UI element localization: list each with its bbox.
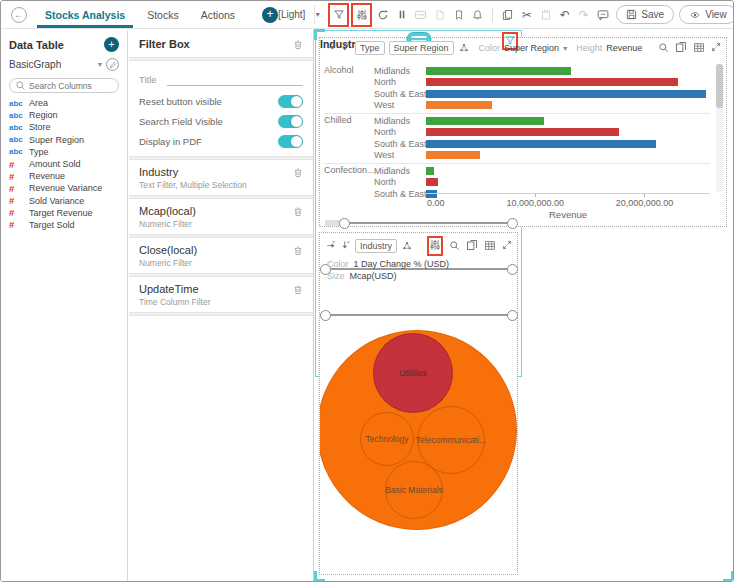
field-item[interactable]: abcRegion xyxy=(1,109,127,121)
add-dashboard-button[interactable]: + xyxy=(262,7,278,23)
height-dim-value[interactable]: Revenue xyxy=(606,43,642,53)
filter-item-subtitle: Numeric Filter xyxy=(139,219,303,229)
save-button[interactable]: Save xyxy=(616,5,674,24)
bar[interactable] xyxy=(426,90,706,98)
chevron-down-icon[interactable]: ▾ xyxy=(563,44,567,53)
parameters-sliders-icon[interactable] xyxy=(429,238,441,254)
delete-trash-icon[interactable] xyxy=(293,39,303,50)
field-item[interactable]: abcSuper Region xyxy=(1,134,127,146)
hierarchy-icon[interactable] xyxy=(458,42,470,55)
filter-item[interactable]: Mcap(local)Numeric Filter xyxy=(129,199,313,234)
dropdown-caret-icon[interactable]: ▾ xyxy=(309,5,326,25)
paste-icon xyxy=(537,5,554,25)
color-dim-value[interactable]: 1 Day Change % (USD) xyxy=(354,259,450,269)
field-item[interactable]: abcArea xyxy=(1,97,127,109)
delete-trash-icon[interactable] xyxy=(293,245,303,256)
search-columns-box[interactable] xyxy=(9,78,119,93)
bar[interactable] xyxy=(426,140,656,148)
toggle-switch-2[interactable] xyxy=(278,135,303,148)
table-view-icon[interactable] xyxy=(484,240,496,253)
bar[interactable] xyxy=(426,101,492,109)
mcap-slider-handle-min[interactable] xyxy=(339,218,350,229)
field-type-badge: abc xyxy=(9,111,26,120)
toggle-switch-1[interactable] xyxy=(278,115,303,128)
field-item[interactable]: #Target Sold xyxy=(1,219,127,231)
bar[interactable] xyxy=(426,151,480,159)
add-data-table-button[interactable]: + xyxy=(104,37,119,52)
field-label: Revenue xyxy=(29,171,65,181)
bubble-basic-materials[interactable]: Basic Materials xyxy=(385,461,443,519)
search-columns-input[interactable] xyxy=(29,81,113,91)
copy-image-icon[interactable] xyxy=(466,239,478,253)
bar[interactable] xyxy=(426,78,678,86)
tab-stocks-analysis[interactable]: Stocks Analysis xyxy=(34,1,136,29)
delete-trash-icon[interactable] xyxy=(293,206,303,217)
chart-scrollbar[interactable] xyxy=(716,64,723,192)
parameters-sliders-icon[interactable] xyxy=(353,5,370,25)
size-dim-value[interactable]: Mcap(USD) xyxy=(350,271,397,281)
breadcrumb-type-chip[interactable]: Type xyxy=(355,41,385,55)
search-icon[interactable] xyxy=(449,240,460,253)
hierarchy-icon[interactable] xyxy=(401,240,413,253)
field-item[interactable]: #Revenue xyxy=(1,170,127,182)
field-item[interactable]: abcStore xyxy=(1,121,127,133)
maximize-icon[interactable] xyxy=(711,42,721,54)
table-view-icon[interactable] xyxy=(693,42,705,55)
bubble-technology[interactable]: Technology xyxy=(360,412,414,466)
chevron-down-icon[interactable]: ▾ xyxy=(98,60,102,69)
pause-icon[interactable] xyxy=(393,5,410,25)
bubble-utilities[interactable]: Utilities xyxy=(373,333,453,413)
drill-right-icon[interactable] xyxy=(325,240,337,252)
color-dim-value[interactable]: Super Region xyxy=(504,43,559,53)
bar[interactable] xyxy=(426,128,619,136)
filter-funnel-icon[interactable] xyxy=(330,5,347,25)
theme-selector[interactable]: [Light] xyxy=(278,9,305,20)
view-button[interactable]: View xyxy=(679,5,734,24)
color-dim-label: Color xyxy=(327,259,349,269)
bar-row-label: South & East xyxy=(374,189,426,199)
bar[interactable] xyxy=(426,117,544,125)
back-arrow-icon[interactable]: ← xyxy=(11,7,27,23)
filter-item[interactable]: Close(local)Numeric Filter xyxy=(129,238,313,273)
breadcrumb-industry-chip[interactable]: Industry xyxy=(355,239,397,253)
drill-right-icon[interactable] xyxy=(325,42,337,54)
tab-actions[interactable]: Actions xyxy=(190,1,246,29)
filter-item[interactable]: UpdateTimeTime Column Filter xyxy=(129,277,313,312)
copy-image-icon[interactable] xyxy=(675,41,687,55)
dataset-selector[interactable]: BasicGraph xyxy=(9,59,94,70)
delete-trash-icon[interactable] xyxy=(293,284,303,295)
sort-icon[interactable] xyxy=(341,41,351,55)
refresh-icon[interactable] xyxy=(374,5,391,25)
undo-icon[interactable]: ↶ xyxy=(556,5,573,25)
bar-row-label: North xyxy=(374,77,426,87)
field-item[interactable]: #Revenue Variance xyxy=(1,182,127,194)
toggle-switch-0[interactable] xyxy=(278,95,303,108)
search-icon[interactable] xyxy=(658,42,669,55)
bookmark-icon[interactable] xyxy=(450,5,467,25)
breadcrumb-super-region-chip[interactable]: Super Region xyxy=(389,41,454,55)
copy-icon[interactable] xyxy=(499,5,516,25)
maximize-icon[interactable] xyxy=(502,240,512,252)
comment-icon[interactable] xyxy=(594,5,611,25)
bar[interactable] xyxy=(426,67,571,75)
field-item[interactable]: #Target Revenue xyxy=(1,207,127,219)
field-item[interactable]: #Amount Sold xyxy=(1,158,127,170)
bar[interactable] xyxy=(426,167,434,175)
bar[interactable] xyxy=(426,178,438,186)
cut-scissors-icon[interactable]: ✂ xyxy=(518,5,535,25)
notifications-bell-icon[interactable] xyxy=(469,5,486,25)
field-item[interactable]: #Sold Variance xyxy=(1,195,127,207)
edit-pencil-icon[interactable] xyxy=(106,58,119,71)
filter-item[interactable]: IndustryText Filter, Multiple Selection xyxy=(129,160,313,195)
mcap-range-slider[interactable] xyxy=(325,215,512,231)
field-label: Revenue Variance xyxy=(29,183,102,193)
scrollbar-thumb[interactable] xyxy=(716,64,723,108)
delete-trash-icon[interactable] xyxy=(293,167,303,178)
tab-stocks[interactable]: Stocks xyxy=(136,1,190,29)
title-field-input[interactable] xyxy=(167,73,303,86)
sort-icon[interactable] xyxy=(341,239,351,253)
mcap-slider-handle-max[interactable] xyxy=(507,218,518,229)
field-item[interactable]: abcType xyxy=(1,146,127,158)
bar-row-label: West xyxy=(374,100,426,110)
bar-row: North xyxy=(374,177,710,189)
